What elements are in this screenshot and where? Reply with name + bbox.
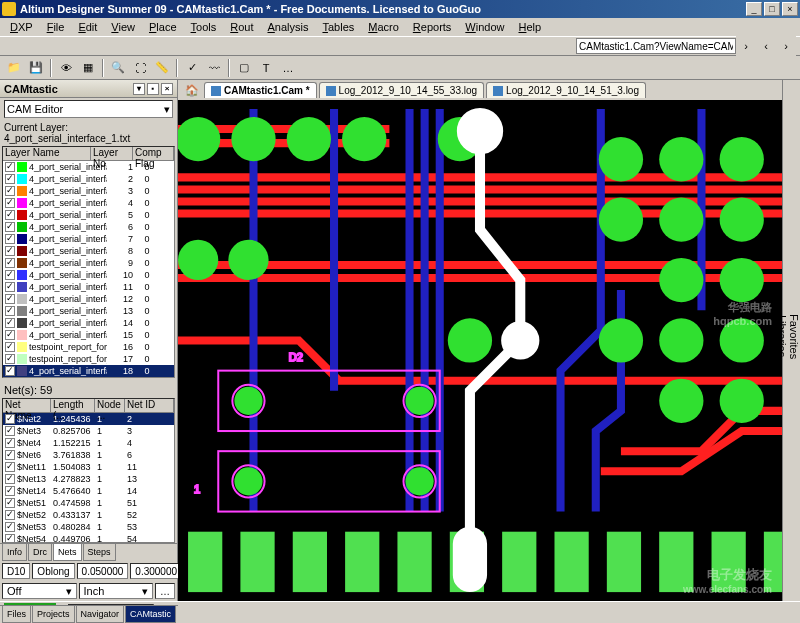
panel-tab-drc[interactable]: Drc [28,544,52,561]
menu-tools[interactable]: Tools [185,20,223,34]
menu-rout[interactable]: Rout [224,20,259,34]
menu-file[interactable]: File [41,20,71,34]
layer-checkbox[interactable] [5,306,15,316]
layer-checkbox[interactable] [5,294,15,304]
layer-color-swatch[interactable] [17,174,27,184]
menu-macro[interactable]: Macro [362,20,405,34]
net-checkbox[interactable] [5,450,15,460]
workspace-tab-navigator[interactable]: Navigator [76,606,125,623]
panel-tab-steps[interactable]: Steps [83,544,116,561]
net-row[interactable]: $Net540.449706154 [3,533,174,543]
net-checkbox[interactable] [5,510,15,520]
net-row[interactable]: $Net111.504083111 [3,461,174,473]
net-checkbox[interactable] [5,462,15,472]
net-row[interactable]: $Net520.433137152 [3,509,174,521]
cam-editor-dropdown[interactable]: CAM Editor ▾ [4,100,173,118]
maximize-button[interactable]: □ [764,2,780,16]
layer-color-swatch[interactable] [17,210,27,220]
layer-color-swatch[interactable] [17,258,27,268]
layer-color-swatch[interactable] [17,198,27,208]
panel-close-icon[interactable]: × [161,83,173,95]
layer-checkbox[interactable] [5,270,15,280]
layer-row[interactable]: 4_port_serial_interfac..140 [3,317,174,329]
document-tab[interactable]: CAMtastic1.Cam * [204,82,317,98]
layer-checkbox[interactable] [5,354,15,364]
tool-layers-icon[interactable]: ▦ [78,58,98,78]
layer-color-swatch[interactable] [17,282,27,292]
layer-row[interactable]: 4_port_serial_interfac..130 [3,305,174,317]
layer-color-swatch[interactable] [17,366,27,376]
document-tab[interactable]: Log_2012_9_10_14_55_33.log [319,82,484,98]
layer-row[interactable]: 4_port_serial_interfac..90 [3,257,174,269]
layer-row[interactable]: 4_port_serial_interfac..30 [3,185,174,197]
layer-checkbox[interactable] [5,186,15,196]
address-input[interactable] [576,38,736,54]
state-dropdown[interactable]: Off▾ [2,583,77,599]
layer-checkbox[interactable] [5,342,15,352]
layer-checkbox[interactable] [5,222,15,232]
layer-checkbox[interactable] [5,330,15,340]
layer-color-swatch[interactable] [17,306,27,316]
fwd-button[interactable]: › [776,36,796,56]
layer-row[interactable]: 4_port_serial_interfac..110 [3,281,174,293]
tool-drc-icon[interactable]: ✓ [182,58,202,78]
net-checkbox[interactable] [5,474,15,484]
layer-row[interactable]: 4_port_serial_interfac..60 [3,221,174,233]
net-checkbox[interactable] [5,438,15,448]
layer-checkbox[interactable] [5,366,15,376]
net-row[interactable]: $Net41.15221514 [3,437,174,449]
menu-place[interactable]: Place [143,20,183,34]
menu-edit[interactable]: Edit [72,20,103,34]
net-checkbox[interactable] [5,426,15,436]
layer-checkbox[interactable] [5,282,15,292]
workspace-tab-camtastic[interactable]: CAMtastic [125,606,176,623]
layer-checkbox[interactable] [5,246,15,256]
layer-checkbox[interactable] [5,198,15,208]
info-btn[interactable]: … [155,583,175,599]
menu-analysis[interactable]: Analysis [261,20,314,34]
layer-row[interactable]: testpoint_report_for_4..170 [3,353,174,365]
side-tab-favorites[interactable]: Favorites [788,84,800,589]
workspace-tab-files[interactable]: Files [2,606,31,623]
net-checkbox[interactable] [5,534,15,543]
tool-view-icon[interactable]: 👁 [56,58,76,78]
layer-checkbox[interactable] [5,174,15,184]
panel-pin-icon[interactable]: ▾ [133,83,145,95]
net-checkbox[interactable] [5,522,15,532]
layer-row[interactable]: testpoint_report_for_4..160 [3,341,174,353]
tool-more-icon[interactable]: … [278,58,298,78]
layer-checkbox[interactable] [5,234,15,244]
close-button[interactable]: × [782,2,798,16]
tool-place-icon[interactable]: ▢ [234,58,254,78]
layer-color-swatch[interactable] [17,186,27,196]
menu-dxp[interactable]: DXP [4,20,39,34]
layer-row[interactable]: 4_port_serial_interfac..40 [3,197,174,209]
layer-row[interactable]: 4_port_serial_interfac..150 [3,329,174,341]
tool-zoom-icon[interactable]: 🔍 [108,58,128,78]
layer-color-swatch[interactable] [17,234,27,244]
tool-open-icon[interactable]: 📁 [4,58,24,78]
layer-table-header[interactable]: Layer Name Layer No Comp Flag [3,147,174,161]
tool-text-icon[interactable]: T [256,58,276,78]
layer-color-swatch[interactable] [17,162,27,172]
tool-zoomfit-icon[interactable]: ⛶ [130,58,150,78]
net-checkbox[interactable] [5,498,15,508]
layer-color-swatch[interactable] [17,222,27,232]
workspace-tab-projects[interactable]: Projects [32,606,75,623]
minimize-button[interactable]: _ [746,2,762,16]
panel-tab-nets[interactable]: Nets [53,544,82,561]
layer-row[interactable]: 4_port_serial_interfac..50 [3,209,174,221]
back-button[interactable]: ‹ [756,36,776,56]
val2-field[interactable]: 0.300000 [130,563,182,579]
net-checkbox[interactable] [5,414,15,424]
layer-color-swatch[interactable] [17,354,27,364]
layer-color-swatch[interactable] [17,318,27,328]
tool-measure-icon[interactable]: 📏 [152,58,172,78]
net-row[interactable]: $Net530.480284153 [3,521,174,533]
panel-dock-icon[interactable]: ▪ [147,83,159,95]
go-button[interactable]: › [736,36,756,56]
menu-reports[interactable]: Reports [407,20,458,34]
net-row[interactable]: $Net134.278823113 [3,473,174,485]
net-checkbox[interactable] [5,486,15,496]
layer-checkbox[interactable] [5,210,15,220]
